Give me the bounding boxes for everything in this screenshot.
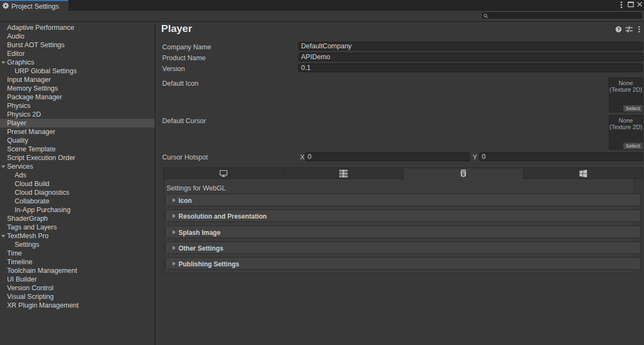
svg-text:?: ? — [617, 27, 620, 32]
